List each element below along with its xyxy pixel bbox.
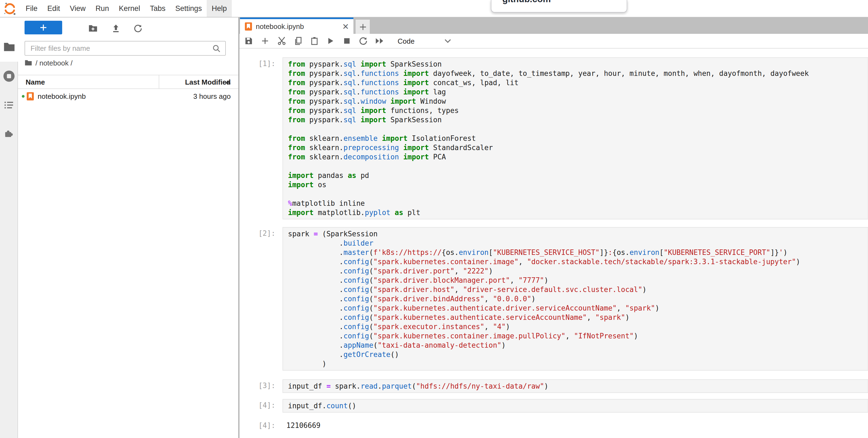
menu-file[interactable]: File (21, 0, 42, 17)
file-browser-panel: / notebook / Name Last Modified notebook… (18, 18, 238, 438)
code-line: .config("spark.executor.instances", "4") (288, 322, 868, 331)
main-area: notebook.ipynb ✕ (238, 18, 868, 438)
breadcrumb-folder-icon (25, 59, 32, 66)
cell-input-prompt: [2]: (240, 227, 281, 237)
code-cell[interactable]: [4]:input_df.count() (240, 399, 868, 413)
cell-type-dropdown-label[interactable]: Code (398, 37, 414, 45)
tab-notebook[interactable]: notebook.ipynb ✕ (240, 18, 353, 34)
code-line: .builder (288, 238, 868, 248)
cell-output: [4]:12106669 (240, 419, 868, 430)
sidebar-running-kernels-icon[interactable] (0, 70, 18, 82)
cell-list: [1]:from pyspark.sql import SparkSession… (240, 57, 868, 430)
column-header-last-modified[interactable]: Last Modified (185, 78, 231, 86)
code-line: .config("spark.kubernetes.container.imag… (288, 331, 868, 341)
breadcrumb[interactable]: / notebook / (25, 56, 72, 69)
code-line: %matplotlib inline (288, 199, 868, 208)
code-line: from pyspark.sql.functions import lag (288, 87, 868, 97)
new-launcher-button[interactable] (25, 21, 62, 34)
cell-editor[interactable]: spark = (SparkSession .builder .master(f… (282, 227, 868, 371)
code-line: from pyspark.sql import SparkSession (288, 59, 868, 69)
menu-settings[interactable]: Settings (170, 0, 207, 17)
github-popup-text: github.com (502, 0, 627, 4)
cell-input-prompt: [4]: (240, 399, 281, 409)
code-line: .config("spark.driver.host", "driver-ser… (288, 285, 868, 294)
code-line: from pyspark.sql import SparkSession (288, 115, 868, 124)
code-line: input_df = spark.read.parquet("hdfs://hd… (288, 381, 868, 391)
notebook-file-icon (27, 92, 34, 100)
code-line: input_df.count() (288, 401, 868, 410)
code-line: .config("spark.driver.bindAddress", "0.0… (288, 294, 868, 303)
filter-files-input[interactable] (29, 43, 212, 53)
search-icon (212, 44, 221, 53)
menu-tabs[interactable]: Tabs (145, 0, 170, 17)
menu-kernel[interactable]: Kernel (114, 0, 145, 17)
code-cell[interactable]: [1]:from pyspark.sql import SparkSession… (240, 57, 868, 220)
run-all-icon[interactable] (375, 36, 384, 46)
sidebar-file-browser-folder-icon[interactable] (0, 42, 18, 52)
code-line (288, 124, 868, 134)
breadcrumb-path: / notebook / (35, 59, 72, 67)
code-line: import os (288, 180, 868, 189)
code-line: spark = (SparkSession (288, 229, 868, 238)
sidebar-table-of-contents-icon[interactable] (0, 101, 18, 109)
column-header-name[interactable]: Name (26, 78, 45, 86)
code-line: from pyspark.sql import functions, types (288, 106, 868, 115)
code-cell[interactable]: [3]:input_df = spark.read.parquet("hdfs:… (240, 379, 868, 393)
jupyter-logo-icon (3, 1, 17, 16)
tab-title: notebook.ipynb (256, 22, 304, 31)
menu-edit[interactable]: Edit (42, 0, 65, 17)
notebook-toolbar: Code (240, 34, 868, 49)
stop-icon[interactable] (342, 36, 352, 46)
code-cell[interactable]: [2]:spark = (SparkSession .builder .mast… (240, 227, 868, 371)
code-line: .master(f'k8s://https://{os.environ["KUB… (288, 248, 868, 257)
cell-input-prompt: [3]: (240, 379, 281, 390)
code-line: ) (288, 359, 868, 369)
new-tab-button[interactable] (355, 20, 370, 34)
file-modified: 3 hours ago (193, 92, 231, 100)
left-sidebar (0, 18, 18, 438)
cell-output-value: 12106669 (282, 419, 320, 430)
cell-input-prompt: [1]: (240, 57, 281, 68)
cell-editor[interactable]: input_df.count() (282, 399, 868, 413)
cell-editor[interactable]: input_df = spark.read.parquet("hdfs://hd… (282, 379, 868, 393)
tab-notebook-icon (245, 22, 252, 31)
cut-icon[interactable] (277, 36, 286, 46)
code-line (288, 189, 868, 199)
code-line: import pandas as pd (288, 171, 868, 180)
save-icon[interactable] (244, 36, 254, 46)
code-line: from sklearn.preprocessing import Standa… (288, 143, 868, 152)
left-sidebar-background (0, 62, 18, 438)
code-line (288, 162, 868, 171)
menu-view[interactable]: View (65, 0, 91, 17)
menu-run[interactable]: Run (91, 0, 114, 17)
run-icon[interactable] (326, 36, 335, 46)
tab-close-icon[interactable]: ✕ (342, 22, 349, 31)
sidebar-extensions-puzzle-icon[interactable] (0, 129, 18, 139)
upload-icon[interactable] (110, 23, 121, 34)
jupyterlab-window: File Edit View Run Kernel Tabs Settings … (0, 0, 868, 438)
filter-files-box (25, 41, 226, 56)
code-line: import matplotlib.pyplot as plt (288, 208, 868, 217)
code-line: from sklearn.decomposition import PCA (288, 152, 868, 162)
code-line: from sklearn.ensemble import IsolationFo… (288, 134, 868, 143)
menu-help[interactable]: Help (207, 0, 232, 17)
cell-editor[interactable]: from pyspark.sql import SparkSessionfrom… (282, 57, 868, 220)
kernel-running-dot (22, 95, 25, 97)
refresh-icon[interactable] (132, 23, 144, 34)
notebook-scroll-area[interactable]: [1]:from pyspark.sql import SparkSession… (240, 49, 868, 438)
cell-output-prompt: [4]: (240, 419, 281, 430)
restart-kernel-icon[interactable] (358, 36, 368, 46)
new-folder-icon[interactable] (87, 23, 98, 34)
code-line: .config("spark.driver.port", "2222") (288, 266, 868, 275)
code-line: .getOrCreate() (288, 350, 868, 359)
insert-cell-icon[interactable] (260, 36, 270, 46)
github-popup: github.com (491, 0, 627, 12)
copy-icon[interactable] (293, 36, 303, 46)
file-name: notebook.ipynb (38, 92, 86, 100)
code-line: .config("spark.kubernetes.authenticate.s… (288, 313, 868, 322)
code-line: from pyspark.sql.window import Window (288, 97, 868, 106)
code-line: .config("spark.driver.blockManager.port"… (288, 275, 868, 285)
file-row-notebook[interactable]: notebook.ipynb 3 hours ago (18, 89, 238, 103)
paste-icon[interactable] (309, 36, 319, 46)
chevron-down-icon[interactable] (443, 36, 453, 46)
